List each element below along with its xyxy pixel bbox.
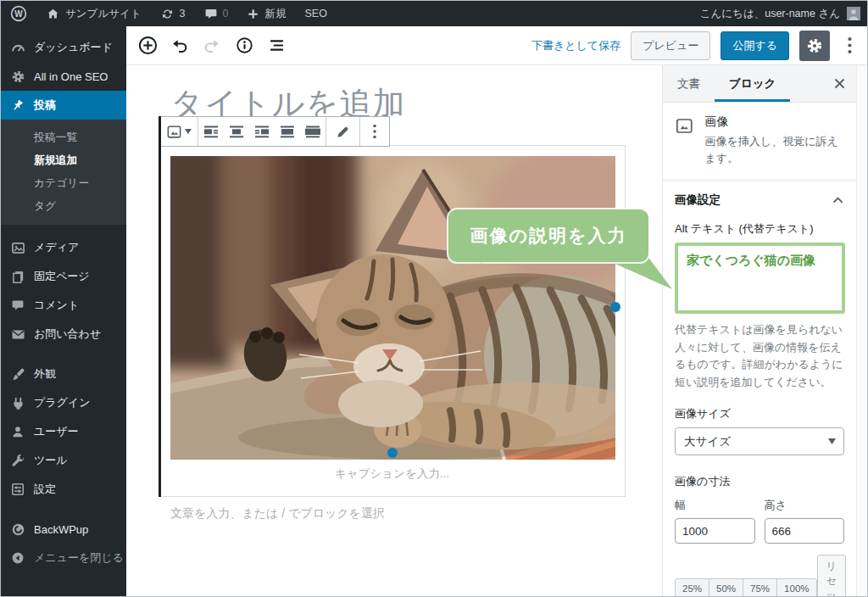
image-size-label: 画像サイズ	[675, 406, 844, 421]
comment-count: 0	[223, 8, 229, 20]
content-structure-button[interactable]	[230, 31, 259, 60]
alt-text-label: Alt テキスト (代替テキスト)	[663, 220, 856, 237]
admin-bar-account[interactable]: こんにちは、user-name さん	[700, 7, 867, 21]
align-center-button[interactable]	[224, 117, 249, 146]
align-right-button[interactable]	[249, 117, 275, 146]
submenu-item-tags[interactable]: タグ	[1, 194, 126, 217]
posts-submenu: 投稿一覧 新規追加 カテゴリー タグ	[1, 120, 126, 225]
more-tools-button[interactable]	[840, 31, 859, 60]
scale-100-button[interactable]: 100%	[776, 578, 816, 597]
annotation-speech-bubble: 画像の説明を入力	[448, 209, 648, 262]
editor-canvas: タイトルを追加	[126, 65, 662, 597]
chevron-down-icon	[828, 438, 836, 444]
ellipsis-icon	[373, 124, 376, 139]
undo-button[interactable]	[165, 31, 194, 60]
sidebar-item-posts[interactable]: 投稿	[1, 91, 126, 120]
full-width-button[interactable]	[300, 117, 326, 146]
preview-button[interactable]: プレビュー	[631, 31, 710, 60]
sidebar-item-media[interactable]: メディア	[1, 233, 126, 262]
redo-button[interactable]	[198, 31, 226, 60]
tab-block[interactable]: ブロック	[715, 65, 790, 102]
block-type-button[interactable]	[159, 117, 198, 146]
wordpress-admin-window: W サンプルサイト 3	[0, 0, 868, 597]
align-left-button[interactable]	[198, 117, 224, 146]
sidebar-item-users[interactable]: ユーザー	[1, 417, 126, 446]
chevron-down-icon	[185, 129, 192, 134]
editor-toolbar-right: 下書きとして保存 プレビュー 公開する	[531, 31, 867, 61]
sidebar-item-tools[interactable]: ツール	[1, 446, 126, 475]
scale-50-button[interactable]: 50%	[709, 578, 743, 597]
alt-text-input[interactable]	[675, 243, 845, 314]
wordpress-logo-menu[interactable]: W	[1, 1, 36, 26]
settings-toggle-button[interactable]	[799, 31, 830, 61]
settings-sidebar: 文書 ブロック 画像 画像を挿入し、視覚に訴えます。 画像設定 Alt テキスト…	[662, 65, 856, 597]
sidebar-item-backwpup[interactable]: BackWPup	[1, 515, 126, 544]
block-navigation-button[interactable]	[262, 31, 291, 60]
editor-toolbar: 下書きとして保存 プレビュー 公開する	[126, 26, 867, 65]
width-input[interactable]	[675, 518, 755, 544]
comment-icon	[204, 7, 218, 20]
resize-handle-bottom[interactable]	[387, 448, 398, 458]
sidebar-item-appearance[interactable]: 外観	[1, 360, 126, 388]
sidebar-item-settings[interactable]: 設定	[1, 475, 126, 504]
chevron-up-icon	[832, 196, 844, 204]
sidebar-item-plugins[interactable]: プラグイン	[1, 388, 126, 417]
update-count: 3	[180, 8, 186, 20]
admin-bar-updates[interactable]: 3	[151, 1, 195, 26]
sidebar-item-comments[interactable]: コメント	[1, 291, 126, 320]
edit-image-button[interactable]	[326, 117, 360, 146]
image-dimensions-label: 画像の寸法	[675, 474, 844, 489]
tab-document[interactable]: 文書	[663, 65, 715, 102]
height-input[interactable]	[765, 518, 845, 544]
cat-photo	[170, 156, 615, 460]
sidebar-item-aioseo[interactable]: All in One SEO	[1, 62, 126, 91]
redo-icon	[203, 36, 221, 55]
user-icon	[9, 425, 26, 438]
submenu-item-add-new[interactable]: 新規追加	[1, 148, 126, 171]
block-card: 画像 画像を挿入し、視覚に訴えます。	[663, 103, 856, 181]
sidebar-item-dashboard[interactable]: ダッシュボード	[1, 33, 126, 62]
mail-icon	[9, 327, 26, 342]
list-view-icon	[267, 36, 287, 55]
info-icon	[235, 36, 254, 55]
admin-bar-seo[interactable]: SEO	[295, 1, 336, 26]
paragraph-placeholder[interactable]: 文章を入力、または / でブロックを選択	[170, 506, 385, 522]
block-inserter-button[interactable]	[133, 31, 162, 60]
image-size-select[interactable]: 大サイズ	[675, 427, 844, 455]
submenu-item-all-posts[interactable]: 投稿一覧	[1, 126, 126, 148]
admin-bar: W サンプルサイト 3	[1, 1, 867, 26]
wide-width-button[interactable]	[275, 117, 300, 146]
publish-button[interactable]: 公開する	[721, 31, 789, 60]
save-draft-link[interactable]: 下書きとして保存	[531, 38, 620, 53]
inserter-plus-icon	[137, 35, 159, 56]
close-settings-button[interactable]	[823, 65, 856, 102]
panel-scrollbar[interactable]	[856, 65, 867, 597]
resize-handle-right[interactable]	[610, 302, 620, 312]
image-block-toolbar	[159, 116, 390, 147]
update-icon	[160, 7, 175, 21]
image-block-icon	[675, 114, 694, 137]
editor-toolbar-left	[126, 31, 291, 60]
sidebar-item-contact[interactable]: お問い合わせ	[1, 320, 126, 349]
alignment-button-group	[198, 117, 326, 146]
submenu-item-categories[interactable]: カテゴリー	[1, 171, 126, 194]
sidebar-item-pages[interactable]: 固定ページ	[1, 262, 126, 291]
wrench-icon	[9, 454, 26, 468]
brush-icon	[9, 367, 26, 382]
admin-bar-site-name[interactable]: サンプルサイト	[36, 1, 151, 26]
width-field-group: 幅	[675, 498, 755, 544]
image-block-icon	[166, 124, 182, 140]
sidebar-item-collapse[interactable]: メニューを閉じる	[1, 544, 126, 572]
image-settings-section-toggle[interactable]: 画像設定	[663, 181, 856, 220]
scale-75-button[interactable]: 75%	[743, 578, 777, 597]
caption-placeholder[interactable]: キャプションを入力...	[159, 466, 625, 482]
reset-button[interactable]: リセット	[817, 555, 846, 597]
admin-bar-comments[interactable]: 0	[195, 1, 238, 26]
scale-25-button[interactable]: 25%	[675, 578, 709, 597]
admin-sidebar: ダッシュボード All in One SEO 投稿 投稿一覧 新規追加 カテゴリ…	[1, 26, 126, 597]
pencil-icon	[335, 124, 351, 140]
admin-bar-new[interactable]: 新規	[237, 1, 295, 26]
image-block[interactable]: キャプションを入力...	[159, 145, 626, 497]
dashboard-gauge-icon	[9, 41, 26, 55]
block-more-options-button[interactable]	[360, 117, 389, 146]
